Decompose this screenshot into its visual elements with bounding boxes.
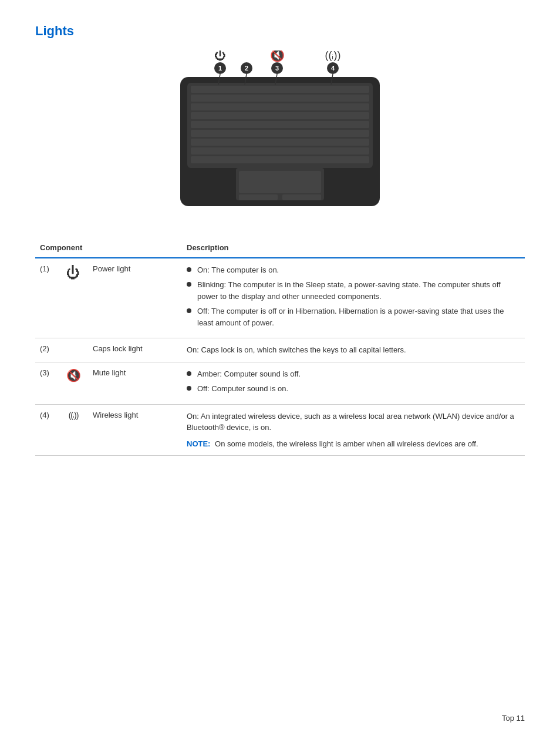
svg-rect-17	[191, 121, 369, 128]
bullet-text: On: The computer is on.	[197, 264, 279, 276]
col-header-component: Component	[35, 238, 182, 258]
desc-text: On: An integrated wireless device, such …	[187, 411, 520, 434]
svg-rect-18	[191, 130, 369, 137]
component-desc: On: An integrated wireless device, such …	[182, 404, 525, 456]
caps-lock-icon	[59, 338, 88, 362]
component-desc: On: The computer is on. Blinking: The co…	[182, 258, 525, 338]
laptop-image: 1 ⏻ 2 🔇 3 ((ᵢ)) 4	[133, 51, 427, 221]
component-desc: Amber: Computer sound is off. Off: Compu…	[182, 362, 525, 404]
svg-rect-21	[191, 156, 369, 163]
svg-text:((ᵢ)): ((ᵢ))	[325, 51, 341, 61]
svg-rect-19	[191, 139, 369, 146]
laptop-diagram: 1 ⏻ 2 🔇 3 ((ᵢ)) 4	[35, 51, 525, 221]
component-table: Component Description (1) ⏻ Power light …	[35, 238, 525, 456]
note-content: On some models, the wireless light is am…	[215, 439, 478, 448]
component-name: Wireless light	[88, 404, 182, 456]
bullet-dot	[187, 267, 191, 272]
svg-rect-14	[191, 95, 369, 102]
bullet-dot	[187, 371, 191, 376]
mute-icon: 🔇	[59, 362, 88, 404]
svg-rect-23	[239, 171, 321, 193]
bullet-dot	[187, 282, 191, 287]
table-row: (4) ((ᵢ)) Wireless light On: An integrat…	[35, 404, 525, 456]
col-header-description: Description	[182, 238, 525, 258]
note-label: NOTE:	[187, 439, 210, 448]
desc-text: On: Caps lock is on, which switches the …	[187, 345, 406, 354]
svg-text:⏻: ⏻	[214, 51, 226, 62]
svg-rect-25	[282, 194, 321, 200]
svg-rect-13	[191, 86, 369, 93]
bullet-text: Off: Computer sound is on.	[197, 383, 288, 395]
power-icon: ⏻	[59, 258, 88, 338]
table-row: (3) 🔇 Mute light Amber: Computer sound i…	[35, 362, 525, 404]
svg-rect-16	[191, 112, 369, 119]
bullet-dot	[187, 386, 191, 391]
row-num: (1)	[35, 258, 59, 338]
bullet-text: Amber: Computer sound is off.	[197, 368, 301, 380]
svg-text:4: 4	[331, 65, 335, 72]
table-row: (1) ⏻ Power light On: The computer is on…	[35, 258, 525, 338]
svg-rect-24	[239, 194, 278, 200]
page-title: Lights	[35, 23, 525, 39]
svg-text:🔇: 🔇	[270, 51, 285, 62]
svg-rect-20	[191, 147, 369, 154]
footer: Top 11	[502, 714, 525, 723]
bullet-text: Blinking: The computer is in the Sleep s…	[197, 279, 520, 302]
svg-text:3: 3	[275, 65, 279, 72]
table-row: (2) Caps lock light On: Caps lock is on,…	[35, 338, 525, 362]
wireless-icon: ((ᵢ))	[59, 404, 88, 456]
component-name: Mute light	[88, 362, 182, 404]
svg-text:1: 1	[218, 65, 222, 72]
bullet-text: Off: The computer is off or in Hibernati…	[197, 305, 520, 328]
note-text: NOTE: On some models, the wireless light…	[187, 438, 520, 450]
row-num: (4)	[35, 404, 59, 456]
row-num: (3)	[35, 362, 59, 404]
row-num: (2)	[35, 338, 59, 362]
svg-rect-15	[191, 103, 369, 110]
component-desc: On: Caps lock is on, which switches the …	[182, 338, 525, 362]
svg-text:2: 2	[245, 65, 248, 72]
component-name: Caps lock light	[88, 338, 182, 362]
component-name: Power light	[88, 258, 182, 338]
bullet-dot	[187, 308, 191, 313]
footer-text: Top 11	[502, 714, 525, 723]
